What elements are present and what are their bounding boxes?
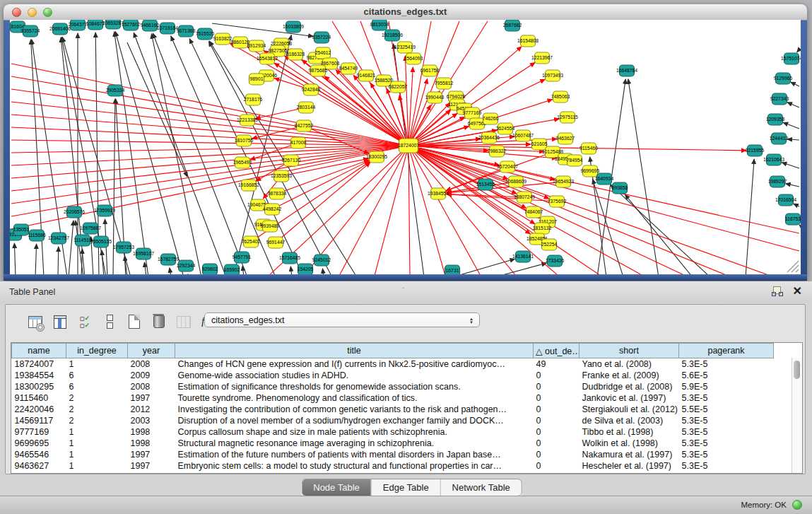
table-cell[interactable]: 0	[534, 449, 579, 460]
network-node[interactable]: 116753	[785, 214, 801, 225]
table-cell[interactable]: 0	[534, 438, 579, 449]
network-node[interactable]: 9115460	[579, 143, 598, 154]
network-node[interactable]: 417008	[290, 137, 307, 148]
network-node[interactable]: 98901	[249, 74, 264, 85]
table-cell[interactable]: 6	[66, 381, 128, 392]
table-cell[interactable]: Yano et al. (2008)	[579, 358, 679, 370]
table-cell[interactable]: Disruption of a novel member of a sodium…	[175, 415, 534, 426]
table-cell[interactable]: 2	[66, 415, 128, 426]
table-cell[interactable]: 0	[534, 404, 579, 415]
network-node[interactable]: 9355724	[21, 25, 40, 37]
network-node[interactable]: 1990448	[425, 92, 445, 103]
resize-grip-icon[interactable]	[796, 269, 799, 272]
black-citation-edge[interactable]	[797, 49, 799, 52]
black-citation-edge[interactable]	[153, 33, 247, 274]
red-citation-edge[interactable]	[11, 64, 408, 146]
black-citation-edge[interactable]	[783, 122, 799, 129]
network-node[interactable]: 12342757	[48, 233, 69, 244]
network-node[interactable]: 16731	[445, 265, 460, 274]
citation-network-graph[interactable]: 8160493557242069140620643771084677106532…	[10, 20, 801, 274]
network-node[interactable]: 746266	[483, 113, 499, 124]
table-cell[interactable]: 0	[534, 460, 579, 472]
red-citation-edge[interactable]	[11, 146, 408, 216]
table-cell[interactable]: 1998	[128, 438, 175, 449]
node-table[interactable]: namein_degreeyeartitle△ out_de…shortpage…	[11, 343, 774, 472]
table-mode-icon[interactable]	[27, 313, 44, 330]
network-node[interactable]: 165902	[224, 264, 240, 274]
network-node[interactable]: 7485063	[551, 91, 570, 103]
table-row[interactable]: 969969511998Structural magnetic resonanc…	[12, 438, 774, 449]
network-node[interactable]: 18807249	[514, 192, 535, 203]
network-node[interactable]: 1640934	[595, 173, 614, 185]
network-node[interactable]: 9227343	[770, 93, 789, 105]
black-citation-edge[interactable]	[787, 103, 799, 107]
network-node[interactable]: 1115686	[28, 230, 46, 241]
table-cell[interactable]: 5.9E-5	[679, 381, 774, 392]
table-cell[interactable]: 5.3E-5	[679, 460, 774, 472]
black-citation-edge[interactable]	[144, 262, 146, 274]
network-node[interactable]: 929802	[202, 264, 218, 274]
network-node[interactable]: 7515526	[196, 28, 215, 40]
table-cell[interactable]: Jankovic et al. (1997)	[579, 392, 679, 404]
network-node[interactable]: 9671368	[177, 25, 196, 37]
black-citation-edge[interactable]	[322, 269, 324, 274]
red-citation-edge[interactable]	[11, 146, 408, 178]
table-row[interactable]: 1830029562008Estimation of significance …	[12, 381, 774, 392]
row-height-icon[interactable]	[101, 313, 118, 330]
network-node[interactable]: 1244413	[770, 133, 789, 144]
network-node[interactable]: 1965493	[233, 157, 252, 168]
network-node[interactable]: 19218506	[382, 30, 403, 41]
table-row[interactable]: 1456911722003Disruption of a novel membe…	[12, 415, 774, 426]
network-node[interactable]: 7625402	[242, 236, 261, 247]
tab-node-table[interactable]: Node Table	[302, 479, 371, 496]
table-cell[interactable]: 5.3E-5	[679, 415, 774, 426]
table-cell[interactable]: 6	[66, 370, 128, 381]
network-node[interactable]: 9457791	[233, 252, 252, 263]
network-node[interactable]: 6961758	[420, 65, 440, 76]
column-header-title[interactable]: title	[175, 344, 534, 358]
table-cell[interactable]: 1	[66, 460, 128, 472]
black-citation-edge[interactable]	[170, 268, 171, 274]
black-citation-edge[interactable]	[791, 82, 799, 86]
network-node[interactable]: 10973493	[542, 70, 563, 81]
black-citation-edge[interactable]	[69, 221, 73, 274]
table-cell[interactable]: 49	[534, 358, 579, 370]
table-cell[interactable]: 14569117	[12, 415, 66, 426]
network-node[interactable]: 16958107	[133, 248, 154, 259]
network-node[interactable]: 20206576	[64, 206, 85, 218]
table-cell[interactable]: Changes of HCN gene expression and I(f) …	[175, 358, 534, 370]
network-node[interactable]: 7986322	[488, 146, 507, 157]
black-citation-edge[interactable]	[782, 163, 799, 168]
network-node[interactable]: 12213967	[531, 52, 553, 64]
black-citation-edge[interactable]	[786, 184, 799, 187]
table-cell[interactable]: Embryonic stem cells: a model to study s…	[175, 460, 534, 472]
network-node[interactable]: 16782759	[158, 254, 179, 265]
network-node[interactable]: 12325419	[394, 42, 416, 53]
table-cell[interactable]: Genome-wide association studies in ADHD.	[175, 370, 534, 381]
table-row[interactable]: 1938455462009Genome-wide association stu…	[12, 370, 774, 381]
network-node[interactable]: 18300295	[366, 151, 387, 163]
network-node[interactable]: 8186328	[286, 49, 305, 60]
column-header-out_de[interactable]: △ out_de…	[534, 344, 579, 358]
network-node[interactable]: 12975115	[557, 112, 578, 123]
network-canvas[interactable]: 8160493557242069140620643771084677106532…	[10, 20, 801, 274]
network-node[interactable]: 1292344	[177, 260, 196, 271]
network-node[interactable]: 1733426	[546, 255, 565, 267]
table-cell[interactable]: Structural magnetic resonance image aver…	[175, 438, 534, 449]
table-cell[interactable]: 9115460	[12, 392, 66, 404]
network-node[interactable]: 8454749	[339, 63, 358, 74]
network-node[interactable]: 1810755	[235, 135, 254, 146]
network-node[interactable]: 1564093	[404, 53, 423, 64]
table-cell[interactable]: 1997	[128, 449, 175, 460]
network-node[interactable]: 9163822	[213, 33, 233, 45]
black-citation-edge[interactable]	[35, 244, 37, 274]
table-row[interactable]: 946362711997Embryonic stem cells: a mode…	[12, 460, 774, 472]
network-node[interactable]: 15751074	[781, 53, 801, 64]
red-citation-edge[interactable]	[408, 146, 770, 274]
table-cell[interactable]: 5.3E-5	[679, 358, 774, 370]
table-cell[interactable]: 5.6E-5	[679, 370, 774, 381]
network-node[interactable]: 8427552	[295, 120, 314, 132]
red-citation-edge[interactable]	[11, 146, 408, 191]
black-citation-edge[interactable]	[151, 34, 201, 274]
resize-grip-icon[interactable]	[792, 265, 799, 272]
